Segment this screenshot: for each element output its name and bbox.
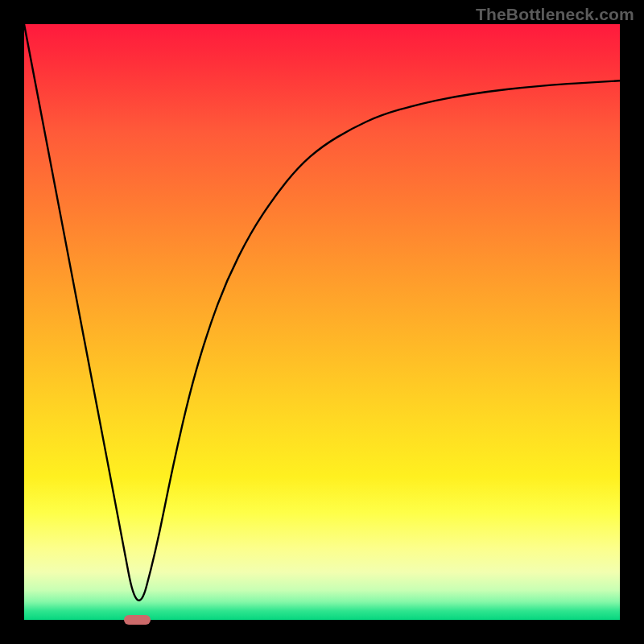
watermark-text: TheBottleneck.com [476,5,634,24]
min-marker [124,615,151,625]
plot-area [24,24,620,620]
chart-frame: TheBottleneck.com [0,0,644,644]
bottleneck-curve [24,24,620,620]
curve-path [24,24,620,601]
